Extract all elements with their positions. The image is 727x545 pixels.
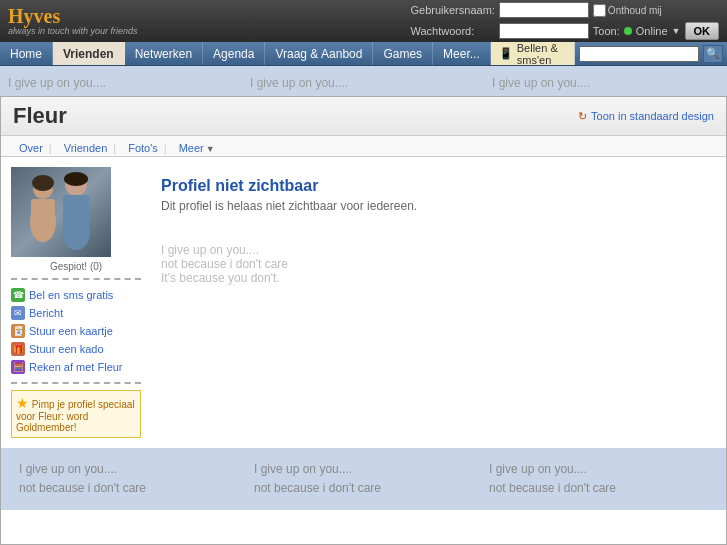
envelope-icon: ✉ — [11, 306, 25, 320]
bg-text: not because i don't care — [489, 479, 708, 498]
nav-agenda[interactable]: Agenda — [203, 42, 265, 65]
sms-tab[interactable]: 📱 Bellen & sms'en — [491, 42, 575, 65]
bg-text: not because i don't care — [254, 479, 473, 498]
privacy-description: Dit profiel is helaas niet zichtbaar voo… — [161, 199, 706, 213]
refresh-icon: ↻ — [578, 110, 587, 123]
sidebar-link-sms[interactable]: ☎ Bel en sms gratis — [11, 286, 141, 304]
bg-line: It's because you don't. — [161, 271, 716, 285]
nav-vraag-aanbod[interactable]: Vraag & Aanbod — [265, 42, 373, 65]
nav-meer[interactable]: Meer... — [433, 42, 491, 65]
tab-vrienden[interactable]: Vrienden — [58, 140, 122, 156]
bg-text: not because i don't care — [19, 479, 238, 498]
bottom-bg-col-2: I give up on you.... not because i don't… — [246, 456, 481, 502]
bg-text: I give up on you.... — [492, 74, 718, 93]
username-label: Gebruikersnaam: — [410, 4, 494, 16]
reken-link-label: Reken af met Fleur — [29, 361, 123, 373]
sms-label: Bellen & sms'en — [517, 42, 566, 66]
toon-design-button[interactable]: ↻ Toon in standaard design — [578, 110, 714, 123]
nav-vrienden[interactable]: Vrienden — [53, 42, 125, 65]
sidebar-link-kaartje[interactable]: 🃏 Stuur een kaartje — [11, 322, 141, 340]
chevron-down-icon: ▼ — [672, 26, 681, 36]
password-label: Wachtwoord: — [410, 25, 494, 37]
sidebar-divider-1 — [11, 278, 141, 280]
nav-home[interactable]: Home — [0, 42, 53, 65]
bg-text: I give up on you.... — [254, 460, 473, 479]
search-input[interactable] — [579, 46, 699, 62]
kaartje-link-label: Stuur een kaartje — [29, 325, 113, 337]
password-input[interactable] — [499, 23, 589, 39]
svg-point-7 — [62, 214, 90, 250]
gift-icon: 🎁 — [11, 342, 25, 356]
photo-placeholder — [11, 167, 111, 257]
calc-icon: 🧮 — [11, 360, 25, 374]
nav-games[interactable]: Games — [373, 42, 433, 65]
profile-name: Fleur — [13, 103, 67, 129]
sidebar-link-kado[interactable]: 🎁 Stuur een kado — [11, 340, 141, 358]
login-button[interactable]: OK — [685, 22, 720, 40]
nav-netwerken[interactable]: Netwerken — [125, 42, 203, 65]
username-input[interactable] — [499, 2, 589, 18]
svg-rect-3 — [31, 199, 55, 227]
inner-bg-text: I give up on you.... not because i don't… — [151, 223, 716, 285]
svg-rect-0 — [11, 167, 111, 257]
remember-label: Onthoud mij — [608, 5, 662, 16]
privacy-title: Profiel niet zichtbaar — [161, 177, 706, 195]
bottom-bg-row: I give up on you.... not because i don't… — [1, 448, 726, 510]
tab-meer[interactable]: Meer — [173, 140, 221, 156]
sidebar-link-reken[interactable]: 🧮 Reken af met Fleur — [11, 358, 141, 376]
gold-promo-text: Pimp je profiel speciaal voor Fleur: wor… — [16, 399, 135, 433]
remember-area: Onthoud mij — [593, 4, 681, 17]
search-button[interactable]: 🔍 — [703, 45, 723, 63]
tab-fotos[interactable]: Foto's — [122, 140, 172, 156]
sidebar-divider-2 — [11, 382, 141, 384]
bg-text: I give up on you.... — [19, 460, 238, 479]
online-dot — [624, 27, 632, 35]
background-content: I give up on you.... I give up on you...… — [0, 66, 727, 545]
profile-panel: Fleur ↻ Toon in standaard design Over Vr… — [0, 96, 727, 545]
logo-area: Hyves always in touch with your friends — [8, 6, 138, 36]
gespotted-label: Gespiot! (0) — [11, 261, 141, 272]
card-icon: 🃏 — [11, 324, 25, 338]
phone-icon: 📱 — [499, 47, 513, 60]
toon-label: Toon: — [593, 25, 620, 37]
svg-point-4 — [32, 175, 54, 191]
sidebar-link-bericht[interactable]: ✉ Bericht — [11, 304, 141, 322]
search-area: 🔍 — [575, 42, 727, 65]
online-label: Online — [636, 25, 668, 37]
profile-header: Fleur ↻ Toon in standaard design — [1, 97, 726, 136]
privacy-box: Profiel niet zichtbaar Dit profiel is he… — [151, 167, 716, 223]
bg-line: not because i don't care — [161, 257, 716, 271]
navigation-bar: Home Vrienden Netwerken Agenda Vraag & A… — [0, 42, 727, 66]
profile-photo — [11, 167, 111, 257]
bericht-link-label: Bericht — [29, 307, 63, 319]
kado-link-label: Stuur een kado — [29, 343, 104, 355]
profile-tabs: Over Vrienden Foto's Meer — [1, 136, 726, 157]
search-icon: 🔍 — [706, 47, 720, 60]
bg-text: I give up on you.... — [489, 460, 708, 479]
login-area: Gebruikersnaam: Onthoud mij Wachtwoord: … — [410, 2, 719, 40]
profile-body: Gespiot! (0) ☎ Bel en sms gratis ✉ Beric… — [1, 157, 726, 448]
bg-text: I give up on you.... — [8, 74, 234, 93]
bottom-bg-col-1: I give up on you.... not because i don't… — [11, 456, 246, 502]
phone-icon: ☎ — [11, 288, 25, 302]
site-header: Hyves always in touch with your friends … — [0, 0, 727, 42]
sms-link-label: Bel en sms gratis — [29, 289, 113, 301]
tab-over[interactable]: Over — [13, 140, 58, 156]
main-content: Profiel niet zichtbaar Dit profiel is he… — [151, 167, 716, 438]
left-sidebar: Gespiot! (0) ☎ Bel en sms gratis ✉ Beric… — [11, 167, 141, 438]
logo[interactable]: Hyves — [8, 6, 138, 26]
gold-promo-box[interactable]: ★ Pimp je profiel speciaal voor Fleur: w… — [11, 390, 141, 438]
bottom-bg-col-3: I give up on you.... not because i don't… — [481, 456, 716, 502]
tagline: always in touch with your friends — [8, 26, 138, 36]
star-icon: ★ — [16, 395, 29, 411]
remember-checkbox[interactable] — [593, 4, 606, 17]
bg-line: I give up on you.... — [161, 243, 716, 257]
toon-area: Toon: Online ▼ — [593, 25, 681, 37]
bg-text: I give up on you.... — [250, 74, 476, 93]
couple-photo-svg — [11, 167, 111, 257]
svg-point-8 — [64, 172, 88, 186]
